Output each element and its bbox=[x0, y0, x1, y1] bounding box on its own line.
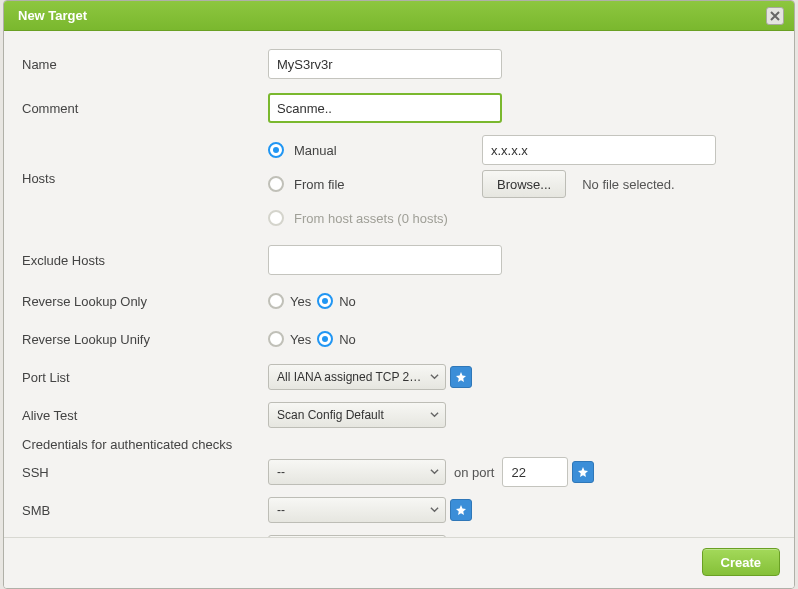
reverse-only-no-label: No bbox=[339, 294, 356, 309]
chevron-down-icon bbox=[430, 408, 439, 422]
reverse-unify-yes-label: Yes bbox=[290, 332, 311, 347]
hosts-label: Hosts bbox=[22, 133, 268, 186]
comment-input[interactable] bbox=[268, 93, 502, 123]
titlebar: New Target bbox=[4, 1, 794, 31]
ssh-new-button[interactable] bbox=[572, 461, 594, 483]
hosts-assets-radio bbox=[268, 210, 284, 226]
star-icon bbox=[455, 371, 467, 383]
ssh-label: SSH bbox=[22, 465, 268, 480]
port-list-select[interactable]: All IANA assigned TCP 20… bbox=[268, 364, 446, 390]
dialog-content: Name Comment Hosts Manual bbox=[4, 31, 794, 537]
close-button[interactable] bbox=[766, 7, 784, 25]
ssh-select[interactable]: -- bbox=[268, 459, 446, 485]
name-input[interactable] bbox=[268, 49, 502, 79]
hosts-assets-label: From host assets (0 hosts) bbox=[294, 211, 448, 226]
hosts-manual-label: Manual bbox=[294, 143, 337, 158]
chevron-down-icon bbox=[430, 503, 439, 517]
dialog-title: New Target bbox=[18, 8, 87, 23]
smb-select[interactable]: -- bbox=[268, 497, 446, 523]
new-target-dialog: New Target Name Comment Hosts bbox=[3, 0, 795, 589]
reverse-unify-no-label: No bbox=[339, 332, 356, 347]
create-button[interactable]: Create bbox=[702, 548, 780, 576]
smb-new-button[interactable] bbox=[450, 499, 472, 521]
reverse-unify-yes-radio[interactable] bbox=[268, 331, 284, 347]
credentials-header: Credentials for authenticated checks bbox=[22, 437, 776, 452]
alive-test-label: Alive Test bbox=[22, 408, 268, 423]
chevron-down-icon bbox=[430, 465, 439, 479]
exclude-hosts-input[interactable] bbox=[268, 245, 502, 275]
alive-test-select[interactable]: Scan Config Default bbox=[268, 402, 446, 428]
smb-label: SMB bbox=[22, 503, 268, 518]
chevron-down-icon bbox=[430, 370, 439, 384]
close-icon bbox=[770, 11, 780, 21]
star-icon bbox=[577, 466, 589, 478]
ssh-port-input[interactable] bbox=[502, 457, 568, 487]
star-icon bbox=[455, 504, 467, 516]
reverse-unify-no-radio[interactable] bbox=[317, 331, 333, 347]
hosts-file-radio[interactable] bbox=[268, 176, 284, 192]
reverse-only-label: Reverse Lookup Only bbox=[22, 294, 268, 309]
name-label: Name bbox=[22, 57, 268, 72]
no-file-text: No file selected. bbox=[582, 177, 675, 192]
browse-button[interactable]: Browse... bbox=[482, 170, 566, 198]
hosts-manual-radio[interactable] bbox=[268, 142, 284, 158]
comment-label: Comment bbox=[22, 101, 268, 116]
reverse-only-yes-radio[interactable] bbox=[268, 293, 284, 309]
on-port-label: on port bbox=[454, 465, 494, 480]
exclude-hosts-label: Exclude Hosts bbox=[22, 253, 268, 268]
hosts-file-label: From file bbox=[294, 177, 345, 192]
hosts-manual-input[interactable] bbox=[482, 135, 716, 165]
dialog-footer: Create bbox=[4, 537, 794, 588]
port-list-label: Port List bbox=[22, 370, 268, 385]
reverse-unify-label: Reverse Lookup Unify bbox=[22, 332, 268, 347]
reverse-only-yes-label: Yes bbox=[290, 294, 311, 309]
reverse-only-no-radio[interactable] bbox=[317, 293, 333, 309]
port-list-new-button[interactable] bbox=[450, 366, 472, 388]
